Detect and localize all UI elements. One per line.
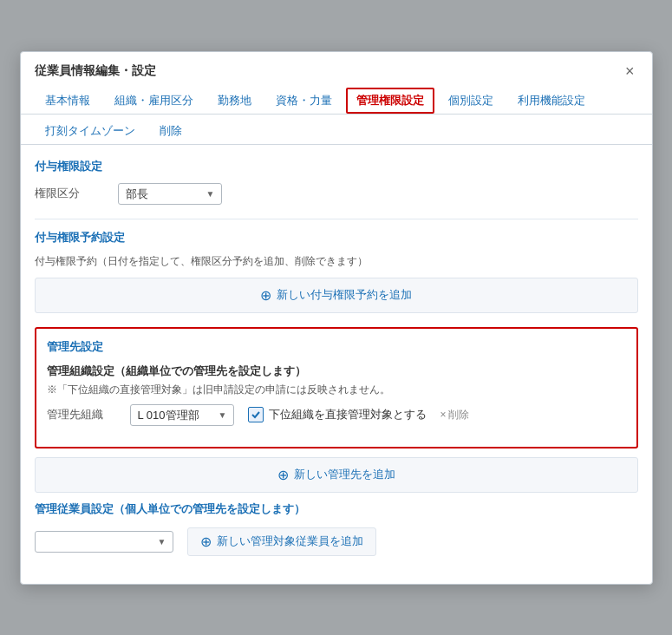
add-management-button[interactable]: ⊕ 新しい管理先を追加	[35, 457, 638, 493]
management-org-select-wrapper[interactable]: L 010管理部 ▼	[130, 404, 234, 426]
grant-schedule-description: 付与権限予約（日付を指定して、権限区分予約を追加、削除できます）	[35, 254, 638, 269]
permission-select[interactable]: 部長 課長 一般 管理者	[118, 183, 222, 205]
close-button[interactable]: ×	[622, 62, 638, 81]
add-management-label: 新しい管理先を追加	[294, 467, 395, 482]
management-org-select[interactable]: L 010管理部	[130, 404, 234, 426]
management-org-title: 管理組織設定（組織単位での管理先を設定します）	[47, 363, 626, 379]
tab-basic[interactable]: 基本情報	[35, 88, 101, 114]
management-delete-link[interactable]: × 削除	[440, 408, 469, 422]
grant-schedule-section: 付与権限予約設定 付与権限予約（日付を指定して、権限区分予約を追加、削除できます…	[35, 230, 638, 313]
modal-header: 従業員情報編集・設定 ×	[21, 52, 652, 81]
management-section: 管理先設定 管理組織設定（組織単位での管理先を設定します） ※「下位組織の直接管…	[35, 327, 638, 448]
tabs-row1: 基本情報 組織・雇用区分 勤務地 資格・力量 管理権限設定 個別設定 利用機能設…	[21, 81, 652, 115]
management-delete-icon: ×	[440, 409, 447, 421]
management-org-label: 管理先組織	[47, 407, 116, 422]
modal-body: 付与権限設定 権限区分 部長 課長 一般 管理者 ▼	[21, 145, 652, 584]
permission-row: 権限区分 部長 課長 一般 管理者 ▼	[35, 183, 638, 205]
permission-select-wrapper[interactable]: 部長 課長 一般 管理者 ▼	[118, 183, 222, 205]
employee-row: ▼ ⊕ 新しい管理対象従業員を追加	[35, 527, 638, 556]
subordinate-checkbox-row: 下位組織を直接管理対象とする	[248, 407, 427, 422]
permission-label: 権限区分	[35, 186, 104, 201]
management-org-row: 管理先組織 L 010管理部 ▼	[47, 404, 626, 426]
tab-indiv[interactable]: 個別設定	[438, 88, 504, 114]
add-grant-schedule-label: 新しい付与権限予約を追加	[277, 287, 412, 303]
add-employee-icon: ⊕	[200, 534, 212, 550]
add-employee-button[interactable]: ⊕ 新しい管理対象従業員を追加	[187, 527, 376, 556]
modal-title: 従業員情報編集・設定	[35, 63, 156, 79]
add-grant-schedule-button[interactable]: ⊕ 新しい付与権限予約を追加	[35, 278, 638, 313]
management-note: ※「下位組織の直接管理対象」は旧申請設定の申請には反映されません。	[47, 383, 626, 397]
add-management-icon: ⊕	[277, 467, 289, 483]
tab-delete[interactable]: 削除	[149, 118, 192, 144]
add-employee-label: 新しい管理対象従業員を追加	[217, 534, 363, 549]
divider1	[35, 219, 638, 219]
grant-permission-section: 付与権限設定 権限区分 部長 課長 一般 管理者 ▼	[35, 159, 638, 205]
modal-container: 従業員情報編集・設定 × 基本情報 組織・雇用区分 勤務地 資格・力量 管理権限…	[20, 51, 653, 585]
add-grant-schedule-icon: ⊕	[260, 287, 271, 304]
subordinate-checkbox[interactable]	[248, 407, 264, 422]
management-delete-label: 削除	[448, 408, 469, 422]
grant-schedule-title: 付与権限予約設定	[35, 230, 638, 245]
tab-timezone[interactable]: 打刻タイムゾーン	[35, 118, 146, 144]
management-inner: 管理先設定 管理組織設定（組織単位での管理先を設定します） ※「下位組織の直接管…	[47, 339, 626, 426]
employee-select[interactable]	[35, 531, 173, 553]
tab-org[interactable]: 組織・雇用区分	[104, 88, 204, 114]
tab-work[interactable]: 勤務地	[207, 88, 262, 114]
management-title: 管理先設定	[47, 339, 626, 355]
tabs-row2: 打刻タイムゾーン 削除	[21, 115, 652, 145]
employee-section-title: 管理従業員設定（個人単位での管理先を設定します）	[35, 501, 638, 517]
tab-mgmt[interactable]: 管理権限設定	[346, 88, 434, 114]
employee-section: 管理従業員設定（個人単位での管理先を設定します） ▼ ⊕ 新しい管理対象従業員を…	[35, 501, 638, 556]
grant-permission-title: 付与権限設定	[35, 159, 638, 174]
subordinate-checkbox-label: 下位組織を直接管理対象とする	[269, 407, 427, 422]
tab-qual[interactable]: 資格・力量	[265, 88, 343, 114]
tab-util[interactable]: 利用機能設定	[507, 88, 596, 114]
employee-select-wrapper[interactable]: ▼	[35, 531, 173, 553]
